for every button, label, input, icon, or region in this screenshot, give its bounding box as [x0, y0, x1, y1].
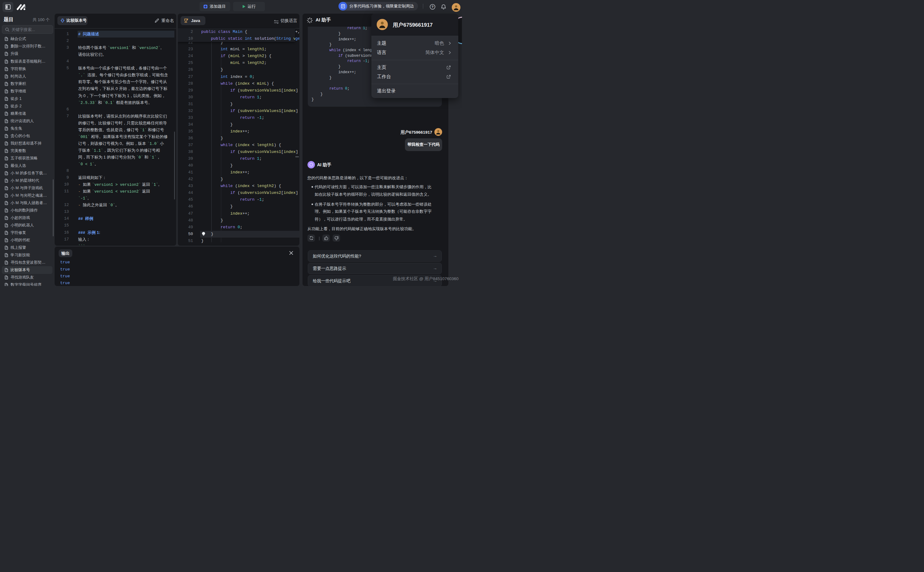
svg-text:?: ?	[432, 5, 434, 9]
